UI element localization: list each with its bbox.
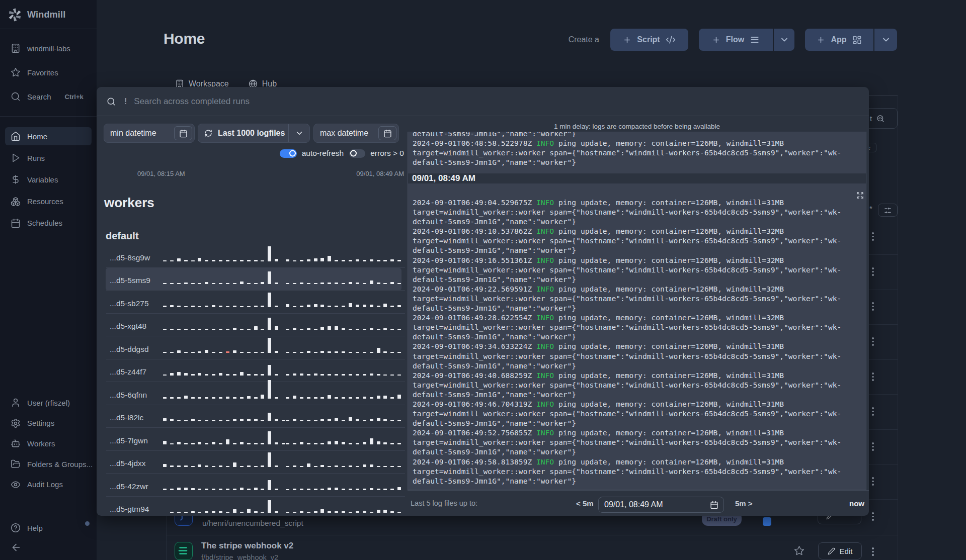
auto-refresh-toggle[interactable] <box>280 149 297 158</box>
sidebar-item-settings[interactable]: Settings <box>5 414 92 432</box>
row-menu-kebab-icon[interactable] <box>872 337 874 347</box>
errors-toggle[interactable] <box>349 149 365 158</box>
sidebar-item-workers[interactable]: Workers <box>5 434 92 452</box>
back-5m-button[interactable]: < 5m <box>576 499 594 508</box>
row-menu-kebab-icon[interactable] <box>872 547 874 557</box>
create-app-split-button: App <box>805 29 897 51</box>
user-icon <box>11 398 21 408</box>
log-section-header: 09/01, 08:49 AM <box>408 173 866 183</box>
sidebar-item-resources[interactable]: Resources <box>5 193 92 211</box>
workers-heading: workers <box>104 195 154 211</box>
log-datetime-input[interactable]: 09/01, 08:49 AM <box>598 497 724 513</box>
sidebar-item-folders[interactable]: Folders & Groups... <box>5 455 92 473</box>
worker-row[interactable]: ...d5-sb275 <box>97 291 408 314</box>
plus-icon <box>623 36 631 44</box>
code-icon <box>666 35 676 45</box>
now-button[interactable]: now <box>849 499 864 508</box>
calendar-icon[interactable] <box>378 126 396 140</box>
worker-id: ...d5-z44f7 <box>110 367 146 377</box>
script-path[interactable]: f/bd/stripe_webhook_v2 <box>201 553 278 560</box>
eye-icon <box>11 480 21 490</box>
worker-row[interactable]: ...d5-4jdxx <box>97 451 408 474</box>
min-datetime-input[interactable]: min datetime <box>104 124 195 143</box>
chevron-down-icon[interactable] <box>288 124 309 142</box>
row-menu-kebab-icon[interactable] <box>872 477 874 487</box>
sidebar-item-schedules[interactable]: Schedules <box>5 214 92 232</box>
worker-row[interactable]: ...d5-xgt48 <box>97 314 408 337</box>
worker-row[interactable]: ...d5-gtm94 <box>97 497 408 516</box>
worker-activity-sparkline <box>163 500 282 513</box>
sidebar-item-user[interactable]: User (rfiszel) <box>5 394 92 412</box>
create-app-button[interactable]: App <box>805 29 873 51</box>
worker-activity-sparkline <box>163 318 282 330</box>
row-menu-kebab-icon[interactable] <box>872 372 874 383</box>
row-menu-kebab-icon[interactable] <box>872 302 874 312</box>
app-name: Windmill <box>27 10 65 20</box>
worker-row[interactable]: ...d5-5sms9 <box>97 268 408 291</box>
worker-id: ...d5-ddgsd <box>110 345 149 354</box>
plus-icon <box>817 36 825 44</box>
worker-activity-sparkline <box>286 326 405 330</box>
dashboard-icon <box>852 35 862 45</box>
logfiles-count-select[interactable]: Last 1000 logfiles <box>198 124 310 143</box>
row-menu-kebab-icon[interactable] <box>872 407 874 417</box>
favorite-star-icon[interactable] <box>794 545 804 556</box>
tabs-underline <box>869 95 898 96</box>
search-placeholder: Search across completed runs <box>134 97 250 107</box>
max-datetime-input[interactable]: max datetime <box>313 124 399 143</box>
worker-row[interactable]: ...d5-7lgwn <box>97 428 408 451</box>
calendar-icon[interactable] <box>174 126 192 140</box>
boxes-icon <box>11 197 21 207</box>
sidebar-divider <box>0 29 97 29</box>
create-a-label: Create a <box>569 35 599 44</box>
calendar-icon[interactable] <box>705 498 723 512</box>
modal-search-bar[interactable]: ! Search across completed runs <box>97 87 869 116</box>
search-prefix: ! <box>124 97 127 106</box>
worker-activity-sparkline <box>286 348 405 353</box>
edit-button[interactable]: Edit <box>818 542 862 559</box>
worker-activity-sparkline <box>163 271 282 284</box>
log-viewer[interactable]: default-5sms9-Jmn1G","name":"worker"}202… <box>408 132 866 490</box>
worker-activity-sparkline <box>286 463 405 467</box>
create-flow-button[interactable]: Flow <box>699 29 773 51</box>
create-flow-split-button: Flow <box>699 29 794 51</box>
worker-activity-sparkline <box>163 246 282 261</box>
sidebar-item-runs[interactable]: Runs <box>5 149 92 167</box>
collapse-sidebar-button[interactable] <box>5 538 33 556</box>
create-script-button[interactable]: Script <box>610 29 688 51</box>
sidebar-item-favorites[interactable]: Favorites <box>5 63 92 81</box>
app-dropdown-button[interactable] <box>874 29 897 51</box>
worker-row[interactable]: ...d5-6qfnn <box>97 382 408 405</box>
row-menu-kebab-icon[interactable] <box>872 442 874 452</box>
worker-row[interactable]: ...d5-ddgsd <box>97 336 408 359</box>
sidebar-item-help[interactable]: Help <box>5 519 92 537</box>
script-path[interactable]: u/henri/unencumbered_script <box>202 519 303 528</box>
row-menu-kebab-icon[interactable] <box>872 267 874 277</box>
worker-id: ...d5-42zwr <box>110 482 148 491</box>
worker-id: ...d5-l82lc <box>110 413 143 422</box>
auto-refresh-label: auto-refresh <box>302 149 344 158</box>
worker-row[interactable]: ...d5-l82lc <box>97 405 408 428</box>
worker-id: ...d5-7lgwn <box>110 436 148 445</box>
search-icon <box>11 91 21 102</box>
worker-activity-sparkline <box>163 452 282 467</box>
sidebar-item-variables[interactable]: Variables <box>5 170 92 189</box>
row-menu-kebab-icon[interactable] <box>872 232 874 242</box>
flow-dropdown-button[interactable] <box>774 29 794 51</box>
worker-row[interactable]: ...d5-z44f7 <box>97 359 408 383</box>
sidebar-item-home[interactable]: Home <box>5 127 92 145</box>
row-menu-kebab-icon[interactable] <box>872 512 874 522</box>
sidebar-item-search[interactable]: SearchCtrl+k <box>5 87 92 106</box>
sidebar-item-workspace[interactable]: windmill-labs <box>5 39 92 57</box>
sidebar-item-audit[interactable]: Audit Logs <box>5 476 92 494</box>
worker-row[interactable]: ...d5-42zwr <box>97 474 408 497</box>
worker-group-heading: default <box>106 230 139 242</box>
script-title[interactable]: The stripe webhook v2 <box>201 541 293 551</box>
worker-id: ...d5-4jdxx <box>110 459 146 468</box>
worker-activity-sparkline <box>163 365 282 376</box>
filter-button[interactable] <box>878 204 898 217</box>
row-separator <box>869 499 898 500</box>
worker-row[interactable]: ...d5-8sg9w <box>97 245 408 268</box>
app-logo[interactable]: Windmill <box>8 8 65 22</box>
forward-5m-button[interactable]: 5m > <box>735 499 753 508</box>
